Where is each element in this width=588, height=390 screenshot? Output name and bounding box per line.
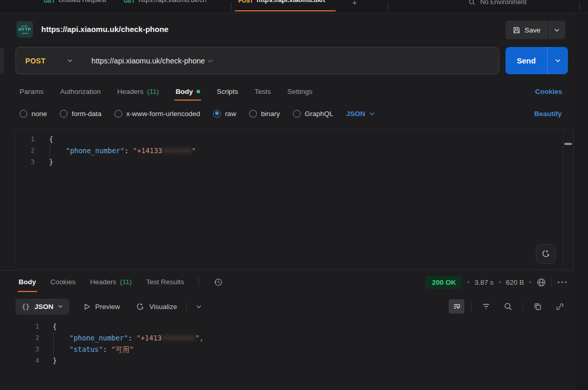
response-time[interactable]: 3.87 s	[475, 279, 494, 286]
punct-token: :	[103, 345, 111, 353]
radio-raw[interactable]: raw	[213, 110, 236, 118]
code-line: "status": "可用"	[53, 344, 134, 355]
response-tab-body[interactable]: Body	[19, 271, 36, 294]
radio-x-www-form-urlencoded[interactable]: x-www-form-urlencoded	[115, 110, 200, 118]
filter-button[interactable]	[478, 299, 494, 314]
tab-label: Body	[175, 88, 193, 95]
postbot-button[interactable]	[536, 244, 556, 264]
request-title-row: HTTP https://api.xiaomu.uk/check-phone S…	[0, 13, 588, 45]
radio-circle-selected	[213, 110, 221, 118]
tab-authorization[interactable]: Authorization	[60, 82, 101, 101]
viewer-line: 1 {	[14, 321, 574, 332]
search-response-button[interactable]	[500, 299, 516, 314]
send-button[interactable]: Send	[505, 47, 547, 74]
tab-separator	[231, 2, 232, 10]
radio-binary[interactable]: binary	[249, 110, 280, 118]
active-tab-underline	[235, 10, 336, 11]
radio-graphql[interactable]: GraphQL	[293, 110, 334, 118]
cookies-link[interactable]: Cookies	[535, 82, 562, 101]
new-tab-button[interactable]: +	[352, 0, 357, 7]
request-tab-untitled[interactable]: GET Untitled Request	[44, 0, 106, 4]
url-text: https://api.xiaomu.uk/check-phone	[91, 57, 205, 65]
chevron-down-icon	[58, 305, 63, 308]
code-line: {	[49, 134, 53, 145]
response-body-viewer[interactable]: 1 { 2 "phone_number": "+1413••••••••", 3…	[14, 318, 574, 390]
line-number: 1	[15, 134, 35, 145]
json-key: "phone_number"	[70, 334, 128, 342]
editor-scrollbar-track[interactable]	[563, 129, 573, 269]
link-button[interactable]	[552, 299, 567, 314]
tab-headers[interactable]: Headers (11)	[117, 82, 159, 101]
editor-line: 2 "phone_number": "+14133•••••••"	[15, 145, 573, 156]
divider	[199, 278, 199, 286]
tab-method-badge: GET	[44, 0, 55, 4]
beautify-link[interactable]: Beautify	[534, 105, 562, 122]
tab-label: Settings	[287, 88, 313, 95]
viewer-options-chevron-icon[interactable]	[196, 305, 202, 308]
tab-settings[interactable]: Settings	[287, 82, 313, 101]
radio-form-data[interactable]: form-data	[60, 110, 102, 118]
viewer-line: 2 "phone_number": "+1413••••••••",	[14, 332, 574, 344]
viewer-line: 4 }	[14, 355, 574, 366]
copy-response-button[interactable]	[530, 299, 545, 314]
url-input[interactable]: https://api.xiaomu.uk/check-phone↵	[82, 57, 499, 65]
visualize-sparkle-icon	[135, 302, 145, 312]
response-size[interactable]: 620 B	[506, 279, 524, 286]
divider	[551, 278, 552, 287]
save-button[interactable]: Save	[505, 21, 548, 39]
dot-separator	[529, 281, 531, 283]
line-number: 4	[14, 355, 39, 366]
response-format-dropdown[interactable]: {} JSON	[15, 299, 69, 315]
radio-none[interactable]: none	[20, 110, 47, 118]
editor-scrollbar-thumb[interactable]	[564, 143, 572, 145]
radio-label: none	[31, 110, 47, 118]
line-number: 1	[14, 321, 39, 332]
json-key: "phone_number"	[66, 147, 125, 155]
request-body-editor[interactable]: 1 { 2 "phone_number": "+14133•••••••" 3 …	[14, 129, 574, 269]
divider	[471, 302, 471, 311]
dot-separator	[467, 281, 469, 283]
more-options-icon[interactable]	[557, 281, 567, 284]
save-button-group: Save	[505, 21, 565, 39]
response-header: Body Cookies Headers (11) Test Results 2…	[0, 270, 588, 293]
response-history-button[interactable]	[214, 271, 223, 294]
save-label: Save	[525, 26, 541, 34]
workspace-tab-bar: GET Untitled Request GET https://api.xia…	[0, 0, 588, 13]
http-request-icon: HTTP	[17, 21, 33, 38]
tab-tests[interactable]: Tests	[254, 82, 271, 101]
visualize-button[interactable]: Visualize	[135, 302, 177, 312]
sidebar-handle[interactable]	[0, 47, 4, 73]
tab-method-badge: GET	[124, 0, 135, 4]
status-badge[interactable]: 200 OK	[426, 276, 462, 289]
tab-separator	[579, 2, 580, 10]
json-value-suffix: ",	[195, 334, 203, 342]
preview-button[interactable]: Preview	[84, 303, 120, 311]
history-icon	[214, 278, 223, 287]
response-tab-test-results[interactable]: Test Results	[146, 271, 185, 294]
brace-token: {	[49, 135, 53, 143]
line-number: 3	[15, 156, 35, 168]
word-wrap-toggle[interactable]	[449, 299, 464, 314]
response-tab-headers[interactable]: Headers (11)	[90, 271, 132, 294]
http-badge-text: HTTP	[19, 27, 31, 32]
copy-icon	[533, 302, 542, 311]
tab-scripts[interactable]: Scripts	[217, 82, 238, 101]
response-tab-cookies[interactable]: Cookies	[51, 271, 76, 294]
request-tab-2[interactable]: GET https://api.xiaomu.uk/ch	[124, 0, 206, 4]
tab-body[interactable]: Body	[175, 82, 200, 101]
network-globe-icon[interactable]	[536, 278, 546, 287]
line-number: 2	[15, 145, 35, 156]
raw-format-dropdown[interactable]: JSON	[346, 110, 375, 118]
tab-method-badge: POST	[238, 0, 253, 4]
tab-params[interactable]: Params	[20, 82, 44, 101]
send-options-button[interactable]	[547, 47, 568, 74]
chevron-down-icon	[554, 28, 560, 32]
radio-label: x-www-form-urlencoded	[126, 110, 200, 118]
editor-line: 1 {	[15, 134, 573, 145]
save-options-button[interactable]	[548, 21, 565, 39]
method-dropdown[interactable]: POST	[16, 57, 82, 65]
search-icon	[504, 302, 513, 311]
divider	[186, 302, 187, 311]
request-tab-active[interactable]: POST https://api.xiaomu.uk/t	[238, 0, 325, 4]
environment-selector[interactable]: No Environment	[468, 0, 527, 6]
